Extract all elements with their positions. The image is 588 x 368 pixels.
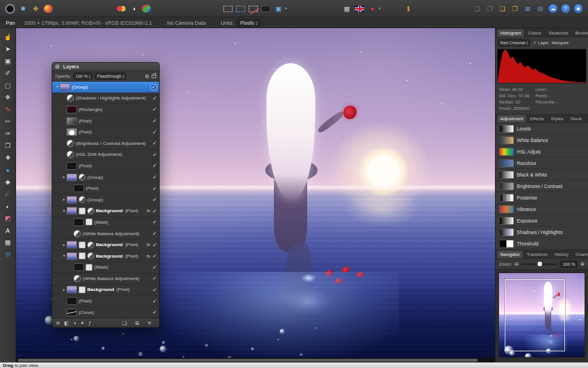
horizontal-scrollbar[interactable] — [16, 358, 495, 362]
layer-thumbnail[interactable] — [67, 106, 77, 113]
layer-row[interactable]: (HSL Shift Adjustment) — [52, 150, 159, 161]
layer-thumbnail[interactable] — [67, 297, 77, 305]
persona-photo-icon[interactable]: ✺ — [18, 3, 28, 14]
layer-checkbox[interactable]: Layer — [533, 40, 548, 45]
help-icon[interactable]: ? — [561, 4, 570, 13]
layer-row[interactable]: (Pixel) — [52, 126, 159, 138]
gear-icon[interactable] — [145, 74, 149, 79]
tab-styles[interactable]: Styles — [548, 115, 566, 122]
layer-row[interactable]: (Pixel) — [52, 116, 159, 127]
layer-row[interactable]: Background (Pixel) — [52, 251, 159, 262]
layer-thumbnail[interactable] — [67, 252, 77, 260]
layer-adj-thumbnail[interactable] — [79, 196, 86, 203]
close-icon[interactable] — [55, 64, 60, 69]
crop-tool-icon[interactable]: ▣ — [1, 55, 16, 67]
layer-fx-icon[interactable] — [147, 242, 150, 247]
zoom-out-icon[interactable]: ⊖ — [514, 261, 519, 267]
layer-thumbnail[interactable] — [74, 263, 84, 271]
layer-thumbnail[interactable] — [74, 275, 81, 282]
disclosure-right-icon[interactable] — [61, 243, 67, 247]
layer-visibility-checkbox[interactable] — [152, 174, 157, 180]
disclosure-down-icon[interactable] — [61, 209, 67, 213]
zoom-in-icon[interactable]: ⊕ — [580, 261, 585, 267]
opacity-dropdown[interactable]: 100 % — [74, 72, 93, 80]
adjustment-item[interactable]: Exposure — [496, 215, 588, 227]
layer-visibility-checkbox[interactable] — [152, 95, 157, 101]
layer-row[interactable]: (Shadows / Highlights Adjustment) — [52, 93, 159, 105]
layer-thumbnail[interactable] — [67, 286, 77, 293]
channel-dropdown[interactable]: Red Channel — [498, 39, 530, 47]
colour-replacement-tool-icon[interactable]: ✏ — [1, 116, 16, 128]
disclosure-down-icon[interactable] — [55, 85, 60, 89]
layer-visibility-checkbox[interactable] — [152, 253, 157, 259]
layer-visibility-checkbox[interactable] — [152, 186, 157, 191]
layer-row[interactable]: (Mask) — [52, 262, 159, 274]
layer-row[interactable]: Background (Pixel) — [52, 239, 159, 251]
tab-navigator[interactable]: Navigator — [497, 251, 523, 258]
layer-mask-thumbnail[interactable] — [79, 208, 86, 214]
selection-replace-icon[interactable] — [223, 6, 233, 12]
layer-visibility-checkbox[interactable] — [152, 275, 157, 281]
arrange-back-icon[interactable]: ❏ — [473, 3, 482, 14]
layer-thumbnail[interactable] — [67, 196, 77, 204]
move-tool-icon[interactable]: ➤ — [1, 43, 16, 55]
adjustment-item[interactable]: Vibrance — [496, 204, 588, 215]
layer-thumbnail[interactable] — [67, 94, 74, 102]
layer-visibility-checkbox[interactable] — [152, 197, 157, 202]
dodge-tool-icon[interactable]: ◐ — [1, 200, 16, 212]
layer-fx-icon[interactable] — [147, 254, 150, 259]
mesh-warp-tool-icon[interactable]: ▦ — [1, 236, 16, 248]
tab-brushes[interactable]: Brushes — [572, 29, 588, 37]
navigator-view-rectangle[interactable] — [505, 279, 564, 351]
blur-tool-icon[interactable]: ● — [1, 164, 16, 176]
selection-add-icon[interactable] — [236, 6, 245, 12]
layer-visibility-checkbox[interactable] — [150, 84, 157, 90]
layer-fx-icon[interactable] — [147, 208, 150, 213]
scrollbar-thumb[interactable] — [18, 359, 478, 362]
layer-adj-thumbnail[interactable] — [79, 174, 86, 181]
persona-develop-icon[interactable] — [44, 5, 53, 13]
zoom-slider-thumb[interactable] — [537, 262, 542, 266]
erase-tool-icon[interactable]: ◩ — [1, 212, 16, 224]
insert-inside-icon[interactable]: ⊞ — [523, 3, 532, 14]
brush-colour-icon[interactable]: ● — [368, 3, 377, 14]
insert-behind-icon[interactable]: ⊟ — [536, 3, 545, 14]
layer-mask-thumbnail[interactable] — [79, 252, 86, 259]
selection-brush-tool-icon[interactable]: ✐ — [1, 67, 16, 79]
layer-row[interactable]: (Brightness / Contrast Adjustment) — [52, 138, 159, 150]
remove-layer-icon[interactable]: ✕ — [147, 320, 152, 326]
sharpen-tool-icon[interactable]: ◆ — [1, 176, 16, 188]
tab-swatches[interactable]: Swatches — [546, 29, 571, 37]
layer-thumbnail[interactable] — [67, 241, 77, 248]
marquee-tool-icon[interactable]: ▢ — [1, 79, 16, 91]
clone-stamp-tool-icon[interactable]: ❐ — [1, 140, 16, 152]
lock-icon[interactable] — [152, 75, 156, 78]
paint-brush-tool-icon[interactable]: ✎ — [1, 103, 16, 116]
layer-thumbnail[interactable] — [67, 162, 77, 170]
layer-thumbnail[interactable] — [74, 230, 81, 237]
layer-visibility-checkbox[interactable] — [152, 242, 157, 248]
layer-visibility-checkbox[interactable] — [152, 140, 157, 146]
adjustment-item[interactable]: Shadows / Highlights — [496, 227, 588, 238]
flood-select-tool-icon[interactable]: ❖ — [1, 91, 16, 103]
layer-visibility-checkbox[interactable] — [152, 287, 157, 293]
navigator-thumbnail[interactable] — [498, 273, 585, 358]
units-dropdown[interactable]: Pixels — [237, 19, 260, 27]
move-backward-icon[interactable]: ❐ — [510, 3, 520, 14]
layer-visibility-checkbox[interactable] — [152, 163, 157, 168]
zoom-tool-icon[interactable]: ⊙ — [1, 248, 16, 260]
layers-panel-header[interactable]: Layers — [52, 63, 159, 71]
disclosure-right-icon[interactable] — [61, 288, 67, 292]
layer-thumbnail[interactable] — [67, 140, 74, 147]
layer-visibility-checkbox[interactable] — [152, 208, 157, 214]
smudge-tool-icon[interactable]: ☄ — [1, 188, 16, 200]
layer-maskw-thumbnail[interactable] — [86, 218, 92, 225]
layer-row[interactable]: (Group) — [52, 172, 159, 183]
layer-visibility-checkbox[interactable] — [152, 231, 157, 236]
tab-channels[interactable]: Channels — [572, 251, 588, 258]
layer-row[interactable]: (Group) — [52, 194, 159, 206]
language-flag-icon[interactable] — [355, 6, 364, 12]
layer-visibility-checkbox[interactable] — [152, 106, 157, 112]
assistant-icon[interactable]: ℹ — [404, 3, 413, 14]
layer-thumbnail[interactable] — [67, 207, 77, 214]
